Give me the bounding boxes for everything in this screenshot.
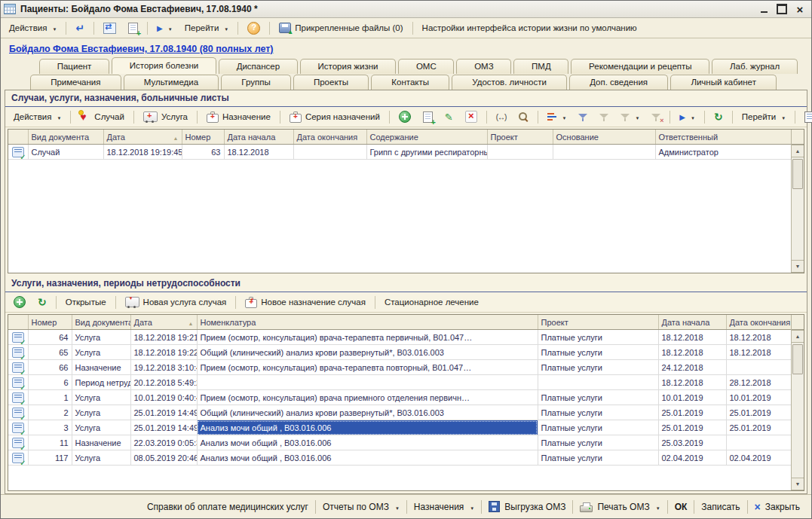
table-row[interactable]: 117Услуга08.05.2019 20:46:24Анализ мочи …: [8, 450, 792, 466]
cell[interactable]: 25.01.2019 14:49:43: [130, 405, 197, 420]
cell[interactable]: 65: [28, 345, 72, 360]
column-header-номенклатура[interactable]: Номенклатура: [197, 315, 538, 330]
tab-история-болезни[interactable]: История болезни: [112, 57, 216, 74]
column-header-дата[interactable]: Дата: [130, 315, 197, 330]
omz-print-button[interactable]: Печать ОМЗ: [573, 502, 666, 512]
cell[interactable]: Период нетрудо…: [72, 375, 130, 390]
cell[interactable]: Общий (клинический) анализ крови разверн…: [197, 405, 538, 420]
scroll-up-icon[interactable]: ▲: [792, 330, 804, 343]
table-row[interactable]: 6Период нетрудо…20.12.2018 5:49:2218.12.…: [8, 375, 792, 390]
ok-button[interactable]: ОК: [668, 502, 694, 512]
column-header-проект[interactable]: Проект: [538, 315, 658, 330]
cell[interactable]: 18.12.2018: [224, 145, 293, 160]
column-header-ответственный[interactable]: Ответственный: [655, 130, 792, 145]
column-header-дата-начала[interactable]: Дата начала: [658, 315, 726, 330]
cell[interactable]: [293, 145, 366, 160]
tab-омз[interactable]: ОМЗ: [456, 59, 511, 74]
cell[interactable]: 66: [28, 360, 72, 375]
column-header-номер[interactable]: Номер: [182, 130, 224, 145]
tab-диспансер[interactable]: Диспансер: [219, 59, 298, 74]
cell[interactable]: 28.12.2018: [726, 375, 792, 390]
patient-link[interactable]: Бойдало Фома Евстафиевич, 17.08.1940 (80…: [9, 44, 274, 54]
filter-settings-button[interactable]: [573, 108, 593, 126]
tab-контакты[interactable]: Контакты: [371, 75, 449, 90]
cell[interactable]: Услуга: [72, 450, 130, 466]
cell[interactable]: 6: [28, 375, 72, 390]
copy-row-button[interactable]: [418, 108, 438, 126]
cell[interactable]: 3: [28, 420, 72, 435]
maximize-button[interactable]: [774, 3, 790, 15]
cell[interactable]: 02.04.2019: [726, 450, 792, 466]
scroll-down-icon[interactable]: ▼: [792, 478, 804, 490]
close-button[interactable]: ×: [792, 3, 808, 15]
inpatient-treatment-button[interactable]: Стационарное лечение: [379, 293, 484, 311]
edit-row-button[interactable]: [440, 108, 458, 126]
row-document-icon-cell[interactable]: [8, 345, 28, 360]
cell[interactable]: 1: [28, 390, 72, 405]
minimize-button[interactable]: [755, 3, 772, 15]
cell[interactable]: Платные услуги: [538, 345, 658, 360]
appointments-menu-button[interactable]: Назначения: [407, 502, 481, 512]
cell[interactable]: Случай: [28, 145, 103, 160]
cell[interactable]: Платные услуги: [538, 450, 658, 466]
column-width-button[interactable]: [491, 108, 512, 126]
tab-проекты[interactable]: Проекты: [293, 75, 369, 90]
forward-button[interactable]: [152, 19, 178, 37]
tab-личный-кабинет[interactable]: Личный кабинет: [670, 75, 777, 90]
cell[interactable]: 22.03.2019 0:05:31: [130, 435, 197, 450]
column-header-вид-документа[interactable]: Вид документа: [28, 130, 103, 145]
cases-goto-button[interactable]: Перейти: [737, 108, 792, 126]
cell[interactable]: Услуга: [72, 330, 130, 345]
cell[interactable]: 18.12.2018: [658, 375, 726, 390]
row-document-icon-cell[interactable]: [8, 145, 28, 160]
cell[interactable]: Назначение: [72, 360, 130, 375]
scroll-track[interactable]: [792, 343, 804, 478]
add-row-button[interactable]: [394, 108, 416, 126]
scroll-track[interactable]: [792, 157, 804, 260]
cell[interactable]: 20.12.2018 5:49:22: [130, 375, 197, 390]
cell[interactable]: 02.04.2019: [658, 450, 726, 466]
tab-доп-сведения[interactable]: Доп. сведения: [569, 75, 668, 90]
cases-actions-button[interactable]: Действия: [8, 108, 66, 126]
cell[interactable]: Грипп с другими респираторны…: [366, 145, 487, 160]
goto-menu-button[interactable]: Перейти: [179, 19, 234, 37]
cell[interactable]: Прием (осмотр, консультация) врача-терап…: [197, 360, 538, 375]
cell[interactable]: Общий (клинический) анализ крови разверн…: [197, 345, 538, 360]
omz-reports-button[interactable]: Отчеты по ОМЗ: [316, 502, 406, 512]
cell[interactable]: 117: [28, 450, 72, 466]
cell[interactable]: 08.05.2019 20:46:24: [130, 450, 197, 466]
tab-лаб-журнал[interactable]: Лаб. журнал: [712, 59, 798, 74]
table-row[interactable]: 3Услуга25.01.2019 14:49:50Анализ мочи об…: [8, 420, 792, 435]
table-row[interactable]: 66Назначение19.12.2018 3:10:43Прием (осм…: [8, 360, 792, 375]
cell[interactable]: 18.12.2018 19:21:23: [130, 330, 197, 345]
table-row[interactable]: 64Услуга18.12.2018 19:21:23Прием (осмотр…: [8, 330, 792, 345]
cell[interactable]: Услуга: [72, 345, 130, 360]
cell[interactable]: 25.03.2019: [658, 435, 726, 450]
cell[interactable]: Услуга: [72, 390, 130, 405]
cell[interactable]: 18.12.2018: [726, 330, 792, 345]
cell[interactable]: Платные услуги: [538, 420, 658, 435]
cell[interactable]: Прием (осмотр, консультация) врача прием…: [197, 390, 538, 405]
new-appointment-button[interactable]: Назначение: [201, 108, 276, 126]
row-document-icon-cell[interactable]: [8, 450, 28, 466]
cell[interactable]: [553, 145, 655, 160]
cell[interactable]: Анализ мочи общий , В03.016.006: [197, 450, 538, 466]
cell[interactable]: 24.12.2018: [658, 360, 726, 375]
table-row[interactable]: Случай18.12.2018 19:19:456318.12.2018Гри…: [8, 145, 792, 160]
cell[interactable]: Платные услуги: [538, 330, 658, 345]
interface-settings-button[interactable]: Настройки интерфейса истории жизни по ум…: [417, 19, 642, 37]
table-row[interactable]: 65Услуга18.12.2018 19:22:08Общий (клинич…: [8, 345, 792, 360]
table-row[interactable]: 1Услуга10.01.2019 0:40:42Прием (осмотр, …: [8, 390, 792, 405]
cell[interactable]: Назначение: [72, 435, 130, 450]
cell[interactable]: Услуга: [72, 405, 130, 420]
tab-пмд[interactable]: ПМД: [513, 59, 568, 74]
column-header-вид-документа[interactable]: Вид документа: [72, 315, 130, 330]
contract-button[interactable]: Договор: [799, 108, 812, 126]
clear-filter-button[interactable]: [646, 108, 666, 126]
row-document-icon-cell[interactable]: [8, 360, 28, 375]
filter-menu-button[interactable]: [615, 108, 645, 126]
row-document-icon-cell[interactable]: [8, 390, 28, 405]
cell[interactable]: 10.01.2019: [726, 390, 792, 405]
column-header-дата-окончания[interactable]: Дата окончания: [726, 315, 792, 330]
cell[interactable]: Платные услуги: [538, 405, 658, 420]
